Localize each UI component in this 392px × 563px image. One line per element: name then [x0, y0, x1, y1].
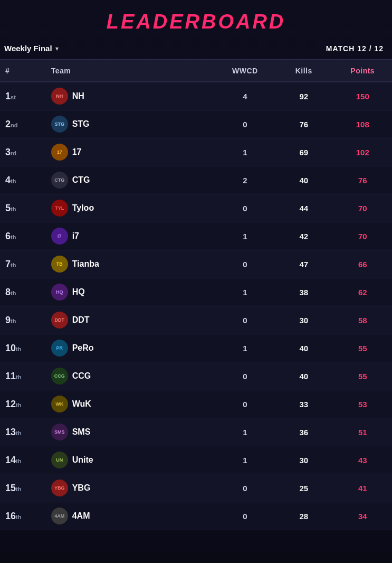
team-logo: NH: [51, 88, 68, 105]
team-cell: 17 17: [46, 138, 216, 166]
wwcd-cell: 1: [216, 418, 274, 446]
team-logo: PR: [51, 340, 68, 356]
team-cell: NH NH: [46, 82, 216, 110]
table-row[interactable]: 16th 4AM 4AM 0 28 34: [0, 502, 392, 530]
rank-cell: 5th: [0, 194, 46, 222]
wwcd-cell: 0: [216, 390, 274, 418]
team-name: 4AM: [72, 511, 90, 521]
subheader: Weekly Final ▾ MATCH 12 / 12: [0, 40, 392, 59]
match-info: MATCH 12 / 12: [326, 44, 384, 53]
wwcd-cell: 4: [216, 82, 274, 110]
table-header: # Team WWCD Kills Points: [0, 60, 392, 82]
table-row[interactable]: 1st NH NH 4 92 150: [0, 82, 392, 110]
team-logo: CTG: [51, 172, 68, 189]
kills-cell: 40: [274, 334, 333, 362]
wwcd-cell: 0: [216, 306, 274, 334]
wwcd-cell: 1: [216, 446, 274, 474]
table-row[interactable]: 10th PR PeRo 1 40 55: [0, 334, 392, 362]
team-logo: i7: [51, 228, 68, 245]
col-header-rank: #: [0, 60, 46, 82]
table-row[interactable]: 15th YBG YBG 0 25 41: [0, 474, 392, 502]
team-name: 17: [72, 147, 82, 157]
kills-cell: 30: [274, 306, 333, 334]
kills-cell: 40: [274, 166, 333, 194]
col-header-points: Points: [333, 60, 393, 82]
team-logo: HQ: [51, 284, 68, 301]
team-cell: PR PeRo: [46, 334, 216, 362]
wwcd-cell: 1: [216, 222, 274, 250]
team-cell: STG STG: [46, 110, 216, 138]
team-name: DDT: [72, 315, 90, 325]
team-logo: 17: [51, 144, 68, 161]
team-logo: UN: [51, 452, 68, 468]
rank-cell: 11th: [0, 362, 46, 390]
table-row[interactable]: 5th TYL Tyloo 0 44 70: [0, 194, 392, 222]
kills-cell: 69: [274, 138, 333, 166]
rank-cell: 13th: [0, 418, 46, 446]
team-cell: SMS SMS: [46, 418, 216, 446]
kills-cell: 40: [274, 362, 333, 390]
team-logo: STG: [51, 116, 68, 133]
table-row[interactable]: 13th SMS SMS 1 36 51: [0, 418, 392, 446]
team-name: Tyloo: [72, 203, 94, 213]
team-name: i7: [72, 231, 79, 241]
team-cell: i7 i7: [46, 222, 216, 250]
rank-cell: 7th: [0, 250, 46, 278]
team-name: STG: [72, 119, 90, 129]
team-cell: 4AM 4AM: [46, 502, 216, 530]
table-row[interactable]: 4th CTG CTG 2 40 76: [0, 166, 392, 194]
team-cell: WK WuK: [46, 390, 216, 418]
points-cell: 150: [333, 82, 393, 110]
team-logo: 4AM: [51, 508, 68, 524]
page-title: LEADERBOARD: [0, 11, 392, 33]
kills-cell: 33: [274, 390, 333, 418]
kills-cell: 44: [274, 194, 333, 222]
chevron-down-icon: ▾: [55, 45, 59, 52]
wwcd-cell: 0: [216, 502, 274, 530]
points-cell: 58: [333, 306, 393, 334]
points-cell: 62: [333, 278, 393, 306]
weekly-final-dropdown[interactable]: Weekly Final ▾: [4, 44, 59, 53]
points-cell: 41: [333, 474, 393, 502]
kills-cell: 42: [274, 222, 333, 250]
wwcd-cell: 1: [216, 138, 274, 166]
kills-cell: 47: [274, 250, 333, 278]
wwcd-cell: 0: [216, 194, 274, 222]
points-cell: 34: [333, 502, 393, 530]
rank-cell: 10th: [0, 334, 46, 362]
table-row[interactable]: 2nd STG STG 0 76 108: [0, 110, 392, 138]
col-header-kills: Kills: [274, 60, 333, 82]
wwcd-cell: 0: [216, 110, 274, 138]
col-header-team: Team: [46, 60, 216, 82]
rank-cell: 16th: [0, 502, 46, 530]
team-cell: YBG YBG: [46, 474, 216, 502]
kills-cell: 36: [274, 418, 333, 446]
team-cell: TB Tianba: [46, 250, 216, 278]
points-cell: 70: [333, 222, 393, 250]
points-cell: 76: [333, 166, 393, 194]
team-cell: CCG CCG: [46, 362, 216, 390]
table-row[interactable]: 14th UN Unite 1 30 43: [0, 446, 392, 474]
table-row[interactable]: 12th WK WuK 0 33 53: [0, 390, 392, 418]
team-cell: HQ HQ: [46, 278, 216, 306]
table-row[interactable]: 8th HQ HQ 1 38 62: [0, 278, 392, 306]
points-cell: 55: [333, 334, 393, 362]
table-row[interactable]: 6th i7 i7 1 42 70: [0, 222, 392, 250]
table-row[interactable]: 11th CCG CCG 0 40 55: [0, 362, 392, 390]
table-row[interactable]: 3rd 17 17 1 69 102: [0, 138, 392, 166]
wwcd-cell: 2: [216, 166, 274, 194]
team-logo: YBG: [51, 480, 68, 496]
team-name: NH: [72, 91, 84, 101]
team-logo: WK: [51, 396, 68, 412]
kills-cell: 38: [274, 278, 333, 306]
points-cell: 55: [333, 362, 393, 390]
table-row[interactable]: 7th TB Tianba 0 47 66: [0, 250, 392, 278]
rank-cell: 12th: [0, 390, 46, 418]
rank-cell: 3rd: [0, 138, 46, 166]
table-row[interactable]: 9th DDT DDT 0 30 58: [0, 306, 392, 334]
rank-cell: 8th: [0, 278, 46, 306]
points-cell: 53: [333, 390, 393, 418]
kills-cell: 92: [274, 82, 333, 110]
points-cell: 108: [333, 110, 393, 138]
kills-cell: 25: [274, 474, 333, 502]
